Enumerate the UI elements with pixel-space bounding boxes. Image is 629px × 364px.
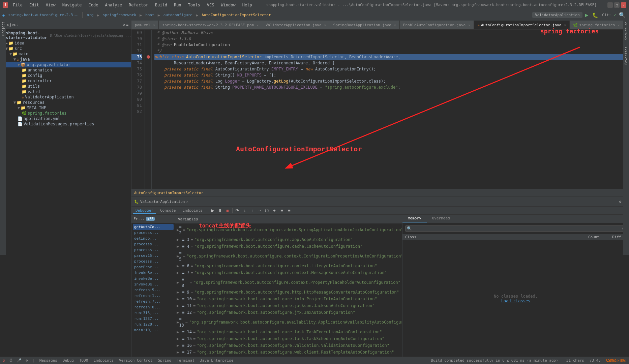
step-out-button[interactable]: ↑ (249, 207, 256, 214)
stack-item-9[interactable]: invokeBe... (133, 276, 174, 281)
tab-spring-factories-close[interactable]: ✕ (618, 23, 620, 27)
stack-item-17[interactable]: run:1228... (133, 322, 174, 327)
tree-spring-factories[interactable]: 🌿 spring.factories (0, 111, 131, 116)
run-config-selector[interactable]: ValidatorApplication (532, 12, 582, 18)
stack-item-1[interactable]: processs... (133, 230, 174, 236)
tree-java[interactable]: ▼ ☕ java (0, 57, 131, 62)
spring-label[interactable]: Spring (158, 358, 171, 363)
tab-springbootapp-close[interactable]: ✕ (394, 23, 396, 27)
code-editor[interactable]: * @author Madhura Bhave * @since 1.3.0 *… (152, 30, 626, 189)
var-item-12[interactable]: ▶ ≡ 12 = "org.springframework.boot.autoc… (175, 309, 402, 316)
stack-item-16[interactable]: run:1237... (133, 316, 174, 322)
tab-pom[interactable]: pom.xml ✕ (131, 21, 159, 29)
stack-item-5[interactable]: parse:15... (133, 253, 174, 259)
stack-item-8[interactable]: invokeBe... (133, 270, 174, 276)
stack-item-13[interactable]: refresh:7... (133, 299, 174, 304)
debug-status-label[interactable]: Debug (63, 358, 74, 363)
evaluate-button[interactable]: ⬡ (264, 207, 270, 214)
todo-label[interactable]: TODO (79, 358, 88, 363)
tree-controller[interactable]: 📁 controller (0, 78, 131, 84)
tab-autoconfigimport-close[interactable]: ✕ (564, 23, 566, 27)
tab-autoconfigimport[interactable]: ☕ AutoConfigurationImportSelector.java ✕ (474, 21, 570, 29)
minimize-button[interactable]: ─ (607, 2, 613, 8)
pause-button[interactable]: ⏸ (217, 207, 223, 214)
tab-validator-app-close[interactable]: ✕ (324, 23, 326, 27)
run-to-cursor-button[interactable]: → (256, 207, 263, 214)
tab-validator-app[interactable]: ValidatorApplication.java ✕ (262, 21, 330, 29)
messages-label[interactable]: Messages (39, 358, 57, 363)
settings-icon[interactable]: ⚙ (123, 23, 125, 27)
lang-indicator[interactable]: 英 (9, 358, 13, 363)
var-item-14[interactable]: ▶ ≡ 14 = "org.springframework.boot.autoc… (175, 329, 402, 335)
tree-main[interactable]: ▼ 📁 main (0, 51, 131, 57)
menu-file[interactable]: File (9, 1, 26, 9)
tree-resources[interactable]: ▼ 📁 resources (0, 100, 131, 105)
menu-code[interactable]: Code (85, 1, 102, 9)
run-button[interactable]: ▶ (584, 12, 590, 18)
add-watch-button[interactable]: + (271, 207, 278, 214)
structure-tool[interactable]: Structure (624, 22, 628, 40)
var-item-15[interactable]: ▶ ≡ 15 = "org.springframework.boot.autoc… (175, 335, 402, 342)
menu-window[interactable]: Window (217, 1, 239, 9)
nav-class[interactable]: AutoConfigurationImportSelector (200, 12, 273, 18)
subtab-endpoints[interactable]: Endpoints (180, 208, 205, 213)
tree-config[interactable]: 📁 config (0, 73, 131, 78)
stack-item-7[interactable]: postProc... (133, 264, 174, 270)
tab-spring-pom[interactable]: spring-boot-starter-web-2.3.2.RELEASE.po… (159, 21, 262, 29)
nav-org[interactable]: org (85, 12, 95, 18)
tab-pom-close[interactable]: ✕ (153, 23, 155, 27)
gear-icon[interactable]: ≡ (126, 23, 128, 27)
java-enterprise-label[interactable]: Java Enterprise (200, 358, 233, 363)
stack-item-15[interactable]: run:315,... (133, 310, 174, 316)
stack-item-18[interactable]: main:10,... (133, 327, 174, 333)
step-over-button[interactable]: ↷ (234, 207, 241, 214)
menu-navigate[interactable]: Navigate (59, 1, 85, 9)
resume-button[interactable]: ▶ (209, 207, 216, 214)
overhead-tab[interactable]: Overhead (427, 215, 455, 222)
var-item-3[interactable]: ▶ ≡ 3 = "org.springframework.boot.autoco… (175, 236, 402, 243)
stack-item-getauto[interactable]: getAutoCo... (133, 224, 174, 230)
stop-button[interactable]: ■ (224, 207, 231, 214)
tree-root[interactable]: ▼ shopping-boot-starter-validator D:\Use… (0, 30, 131, 40)
debug-button[interactable]: 🐛 (591, 12, 599, 18)
nav-boot[interactable]: boot (143, 12, 156, 18)
tree-valid[interactable]: 📁 valid (0, 89, 131, 94)
settings-debug-icon[interactable]: ⚙ (619, 200, 622, 204)
version-control-label[interactable]: Version Control (119, 358, 152, 363)
var-item-8[interactable]: ▶ ≡ 8 = "org.springframework.boot.autoco… (175, 276, 402, 289)
menu-help[interactable]: Help (239, 1, 256, 9)
project-tool-icon[interactable]: Project (1, 22, 5, 36)
menu-view[interactable]: View (42, 1, 59, 9)
close-button[interactable]: ✕ (621, 2, 626, 8)
var-item-17[interactable]: ▶ ≡ 17 = "org.springframework.boot.autoc… (175, 349, 402, 356)
var-item-11[interactable]: ▶ ≡ 11 = "org.springframework.boot.autoc… (175, 302, 402, 309)
tab-spring-pom-close[interactable]: ✕ (257, 23, 259, 27)
tree-package[interactable]: ▼ 📦 org.yang.validator (0, 62, 131, 67)
var-item-16[interactable]: ▶ ≡ 16 = "org.springframework.boot.autoc… (175, 342, 402, 349)
menu-vcs[interactable]: VCS (204, 1, 218, 9)
step-into-button[interactable]: ↓ (241, 207, 248, 214)
menu-analyze[interactable]: Analyze (101, 1, 125, 9)
memory-search-input[interactable] (413, 226, 621, 231)
menu-edit[interactable]: Edit (26, 1, 42, 9)
tree-utils[interactable]: 📁 utils (0, 84, 131, 89)
breakpoint-icon[interactable] (145, 54, 151, 60)
tab-enableauto[interactable]: EnableAutoConfiguration.java ✕ (400, 21, 474, 29)
tree-validatorapp[interactable]: ☕ ValidatorApplication (0, 94, 131, 100)
var-item-6[interactable]: ▶ ≡ 6 = "org.springframework.boot.autoco… (175, 263, 402, 269)
memory-tab[interactable]: Memory (402, 215, 427, 222)
maximize-button[interactable]: □ (614, 2, 620, 8)
terminal-label[interactable]: Terminal (177, 358, 194, 363)
var-item-10[interactable]: ▶ ≡ 10 = "org.springframework.boot.autoc… (175, 296, 402, 302)
tree-validation-messages[interactable]: 📄 ValidationMessages.properties (0, 121, 131, 127)
stack-item-11[interactable]: refresh:5... (133, 287, 174, 293)
settings-watch-button[interactable]: ≡ (286, 207, 293, 214)
load-classes-link[interactable]: Load classes (501, 299, 531, 303)
subtab-debugger[interactable]: Debugger (133, 208, 156, 214)
tab-springbootapp[interactable]: SpringBootApplication.java ✕ (330, 21, 400, 29)
favorites-tool[interactable]: Favorites (624, 47, 628, 65)
stack-item-2[interactable]: getImpo... (133, 236, 174, 241)
var-item-2[interactable]: ▶ ≡ 2 = "org.springframework.boot.autoco… (175, 223, 402, 236)
nav-springframework[interactable]: springframework (101, 12, 138, 18)
tab-spring-factories[interactable]: 🌿 spring.factories ✕ (570, 21, 623, 29)
